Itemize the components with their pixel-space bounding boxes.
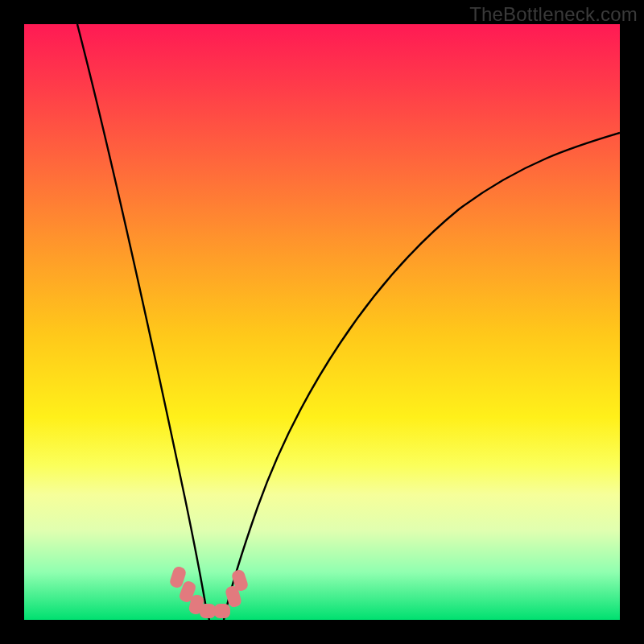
svg-rect-3	[200, 604, 216, 618]
svg-rect-4	[214, 604, 230, 618]
plot-area	[24, 24, 620, 620]
curve-layer	[24, 24, 620, 620]
watermark-text: TheBottleneck.com	[469, 3, 638, 26]
bottleneck-curve-left	[77, 24, 209, 620]
marker-overlay	[168, 565, 249, 618]
outer-frame: TheBottleneck.com	[0, 0, 644, 644]
bottleneck-curve-right	[224, 133, 620, 620]
